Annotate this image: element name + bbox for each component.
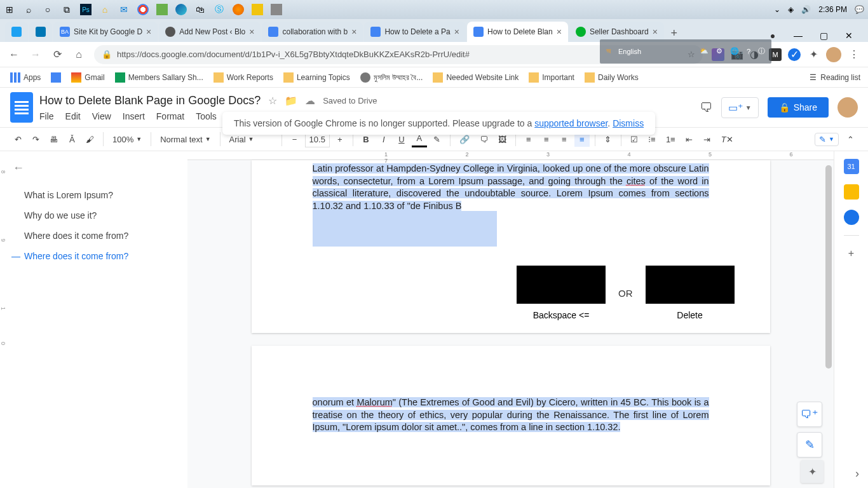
indent-more-icon[interactable]: ⇥ bbox=[700, 132, 715, 147]
app-icon[interactable] bbox=[156, 4, 168, 15]
menu-file[interactable]: File bbox=[39, 111, 54, 121]
close-icon[interactable]: × bbox=[351, 27, 356, 37]
close-icon[interactable]: × bbox=[653, 27, 658, 37]
close-icon[interactable]: × bbox=[454, 27, 459, 37]
menu-view[interactable]: View bbox=[92, 111, 111, 121]
bookmark-folder[interactable]: Daily Works bbox=[582, 72, 641, 83]
zoom-select[interactable]: 100%▼ bbox=[109, 133, 146, 146]
bookmark-gmail[interactable]: Gmail bbox=[69, 72, 107, 83]
bookmark-folder[interactable]: Important bbox=[526, 72, 577, 83]
tab-addpost[interactable]: Add New Post ‹ Blo× bbox=[159, 22, 261, 42]
start-icon[interactable]: ⊞ bbox=[4, 4, 15, 15]
profile-avatar[interactable] bbox=[826, 47, 841, 62]
document-title[interactable]: How to Delete Blank Page in Google Docs? bbox=[39, 94, 261, 107]
chevron-icon[interactable]: ⌄ bbox=[774, 5, 780, 14]
scrollbar-thumb[interactable] bbox=[825, 165, 832, 369]
back-icon[interactable]: ← bbox=[8, 48, 20, 61]
calendar-icon[interactable]: 31 bbox=[844, 159, 859, 174]
document-page[interactable]: Latin professor at Hampden-Sydney Colleg… bbox=[252, 160, 770, 333]
close-icon[interactable]: ✕ bbox=[843, 29, 855, 42]
add-comment-button[interactable]: 🗨⁺ bbox=[797, 402, 822, 427]
star-icon[interactable]: ☆ bbox=[268, 95, 277, 107]
bookmark-folder[interactable]: Work Reports bbox=[211, 72, 276, 83]
show-side-panel-icon[interactable]: › bbox=[855, 467, 859, 480]
document-canvas[interactable]: 1 2 3 4 5 6 7 Latin professor at Hampden… bbox=[187, 151, 834, 488]
print-icon[interactable]: 🖶 bbox=[46, 132, 62, 147]
app-icon[interactable] bbox=[271, 4, 282, 15]
firefox-icon[interactable] bbox=[233, 4, 244, 15]
wifi-icon[interactable]: ◈ bbox=[788, 5, 794, 14]
collapse-toolbar-icon[interactable]: ⌃ bbox=[843, 132, 858, 147]
docs-logo-icon[interactable] bbox=[10, 92, 33, 123]
reading-list-button[interactable]: ☰Reading list bbox=[810, 73, 860, 82]
app-icon[interactable] bbox=[252, 4, 263, 15]
taskview-icon[interactable]: ⧉ bbox=[61, 4, 72, 15]
redo-icon[interactable]: ↷ bbox=[28, 132, 43, 147]
app-icon[interactable]: Ps bbox=[80, 4, 92, 15]
move-icon[interactable]: 📁 bbox=[285, 95, 297, 107]
editing-mode-button[interactable]: ✎▼ bbox=[815, 133, 839, 146]
skype-icon[interactable]: Ⓢ bbox=[214, 4, 225, 15]
clear-format-icon[interactable]: T✕ bbox=[717, 132, 737, 147]
body-text[interactable]: onorum et Malorum" (The Extremes of Good… bbox=[313, 396, 709, 434]
explore-button[interactable]: ✦ bbox=[801, 460, 824, 483]
ext-icon[interactable]: ✓ bbox=[788, 48, 801, 61]
home-icon[interactable]: ⌂ bbox=[72, 48, 85, 61]
dismiss-link[interactable]: Dismiss bbox=[613, 118, 644, 128]
notifications-icon[interactable]: 💬 bbox=[855, 5, 864, 14]
spellcheck-icon[interactable]: Ǎ bbox=[64, 132, 79, 147]
tab-collab[interactable]: collaboration with b× bbox=[262, 22, 363, 42]
tab-howto1[interactable]: How to Delete a Pa× bbox=[364, 22, 466, 42]
clock[interactable]: 2:36 PM bbox=[818, 5, 847, 14]
add-addon-icon[interactable]: + bbox=[844, 246, 859, 261]
maximize-icon[interactable]: ▢ bbox=[817, 29, 830, 42]
number-list-icon[interactable]: 1≡ bbox=[662, 132, 679, 147]
volume-icon[interactable]: 🔊 bbox=[801, 5, 811, 14]
outline-item[interactable]: Where does it come from? bbox=[13, 226, 175, 246]
menu-insert[interactable]: Insert bbox=[123, 111, 145, 121]
forward-icon[interactable]: → bbox=[29, 48, 42, 61]
minimize-icon[interactable]: — bbox=[792, 29, 804, 42]
menu-tools[interactable]: Tools bbox=[196, 111, 217, 121]
close-icon[interactable]: × bbox=[249, 27, 254, 37]
bookmark-folder[interactable]: Learning Topics bbox=[281, 72, 353, 83]
indent-less-icon[interactable]: ⇤ bbox=[682, 132, 697, 147]
tab-howto2[interactable]: How to Delete Blan× bbox=[467, 22, 568, 42]
close-icon[interactable]: × bbox=[557, 27, 562, 37]
paint-format-icon[interactable]: 🖌 bbox=[82, 132, 98, 147]
search-icon[interactable]: ⌕ bbox=[23, 4, 34, 15]
style-select[interactable]: Normal text▼ bbox=[156, 133, 214, 146]
extensions-icon[interactable]: ✦ bbox=[807, 48, 820, 61]
bookmark-item[interactable]: মুসলিম উম্মাহর বৈ... bbox=[358, 72, 426, 83]
supported-browser-link[interactable]: supported browser bbox=[534, 118, 607, 128]
language-overlay[interactable]: অEnglish ⛅⚙🌐?ⓘ bbox=[600, 39, 771, 64]
reload-icon[interactable]: ⟳ bbox=[51, 48, 64, 61]
share-button[interactable]: 🔒Share bbox=[768, 97, 829, 118]
bookmark-folder[interactable]: Needed Website Link bbox=[430, 72, 521, 83]
font-select[interactable]: Arial▼ bbox=[226, 133, 276, 146]
tab-twitter[interactable] bbox=[5, 22, 28, 42]
edge-icon[interactable] bbox=[175, 4, 187, 15]
tab-sitekit[interactable]: BASite Kit by Google D× bbox=[53, 22, 158, 42]
chrome-icon[interactable] bbox=[137, 4, 149, 15]
bookmark-item[interactable] bbox=[48, 72, 64, 83]
undo-icon[interactable]: ↶ bbox=[10, 132, 25, 147]
cortana-icon[interactable]: ○ bbox=[42, 4, 53, 15]
app-icon[interactable]: ⌂ bbox=[99, 4, 111, 15]
outline-item-active[interactable]: Where does it come from? bbox=[13, 246, 175, 266]
present-button[interactable]: ▭⁺▼ bbox=[721, 97, 759, 118]
outline-item[interactable]: What is Lorem Ipsum? bbox=[13, 185, 175, 205]
document-page[interactable]: onorum et Malorum" (The Extremes of Good… bbox=[252, 346, 770, 485]
app-icon[interactable]: ✉ bbox=[118, 4, 130, 15]
keep-icon[interactable] bbox=[844, 184, 859, 200]
apps-button[interactable]: Apps bbox=[8, 72, 43, 83]
body-text[interactable]: Latin professor at Hampden-Sydney Colleg… bbox=[313, 163, 709, 212]
tab-linkedin[interactable] bbox=[29, 22, 52, 42]
menu-icon[interactable]: ⋮ bbox=[848, 48, 860, 61]
menu-edit[interactable]: Edit bbox=[65, 111, 81, 121]
bookmark-sheet[interactable]: Members Sallary Sh... bbox=[112, 72, 206, 83]
close-icon[interactable]: × bbox=[146, 27, 151, 37]
close-outline-icon[interactable]: ← bbox=[13, 161, 175, 175]
suggest-edit-button[interactable]: ✎ bbox=[797, 432, 822, 458]
outline-item[interactable]: Why do we use it? bbox=[13, 205, 175, 226]
